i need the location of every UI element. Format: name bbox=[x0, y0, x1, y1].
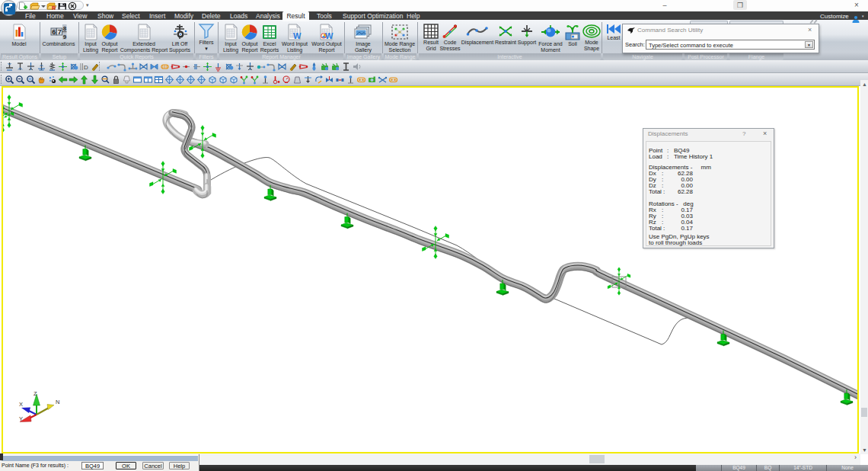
svg-text:W: W bbox=[293, 31, 302, 40]
svg-text:R: R bbox=[52, 5, 56, 11]
svg-text:9: 9 bbox=[63, 34, 67, 40]
svg-text:7: 7 bbox=[58, 28, 62, 36]
svg-text:W: W bbox=[325, 31, 333, 40]
svg-text:Z: Z bbox=[34, 390, 37, 397]
svg-text:X: X bbox=[19, 401, 23, 408]
svg-text:Y: Y bbox=[19, 415, 23, 422]
svg-text:6: 6 bbox=[52, 28, 56, 36]
svg-text:D: D bbox=[84, 64, 88, 71]
svg-text:N: N bbox=[56, 399, 59, 405]
svg-text:8: 8 bbox=[63, 25, 67, 32]
